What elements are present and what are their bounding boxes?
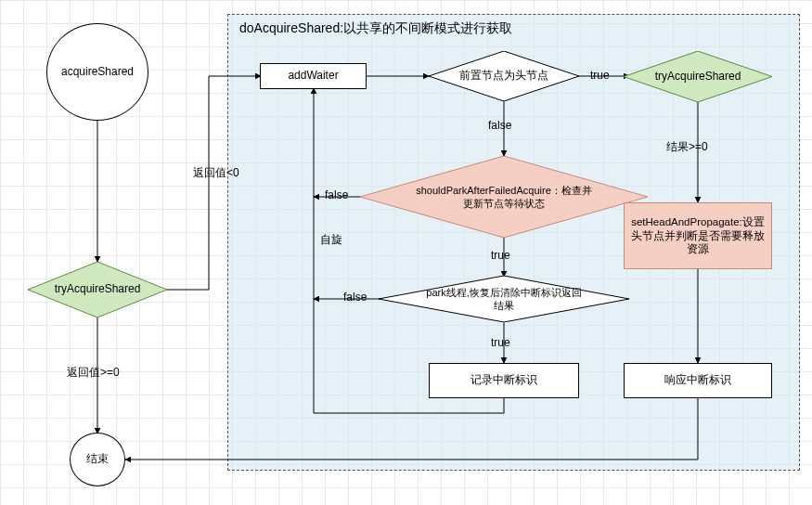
edge-false-shouldpark: false: [325, 188, 348, 201]
record-label: 记录中断标识: [470, 373, 537, 388]
tryacquireshared-decision: tryAcquireShared: [28, 262, 167, 317]
tryacq2-label: tryAcquireShared: [655, 70, 741, 84]
edge-resge0: 结果>=0: [666, 139, 708, 155]
container-title: doAcquireShared:以共享的不间断模式进行获取: [239, 20, 512, 37]
edge-spin: 自旋: [320, 232, 342, 248]
respond-label: 响应中断标识: [664, 373, 731, 388]
end-label: 结束: [86, 452, 109, 467]
edge-true-predhead: true: [590, 69, 610, 82]
end-node: 结束: [70, 433, 125, 486]
record-node: 记录中断标识: [429, 363, 579, 398]
park-label: park线程,恢复后清除中断标识返回结果: [424, 286, 585, 313]
tryacq1-label: tryAcquireShared: [55, 282, 141, 297]
edge-retge0: 返回值>=0: [67, 365, 120, 381]
tryacquireshared2-decision: tryAcquireShared: [624, 51, 772, 102]
start-node: acquireShared: [46, 23, 148, 121]
addwaiter-node: addWaiter: [260, 63, 367, 89]
addwaiter-label: addWaiter: [288, 69, 338, 84]
sethead-label: setHeadAndPropagate:设置头节点并判断是否需要释放资源: [628, 215, 767, 257]
park-decision: park线程,恢复后清除中断标识返回结果: [379, 276, 629, 322]
start-label: acquireShared: [61, 65, 134, 80]
respond-node: 响应中断标识: [624, 363, 772, 398]
pred-head-decision: 前置节点为头节点: [429, 51, 579, 101]
edge-true-park: true: [491, 336, 510, 349]
shouldpark-label: shouldParkAfterFailedAcquire：检查并更新节点等待状态: [412, 184, 596, 211]
edge-false-park: false: [343, 291, 367, 304]
sethead-node: setHeadAndPropagate:设置头节点并判断是否需要释放资源: [624, 202, 772, 269]
shouldpark-decision: shouldParkAfterFailedAcquire：检查并更新节点等待状态: [360, 156, 648, 238]
edge-retlt0: 返回值<0: [193, 165, 239, 181]
edge-true-shouldpark: true: [491, 249, 510, 262]
predhead-label: 前置节点为头节点: [459, 69, 548, 84]
edge-false-predhead: false: [488, 119, 511, 132]
